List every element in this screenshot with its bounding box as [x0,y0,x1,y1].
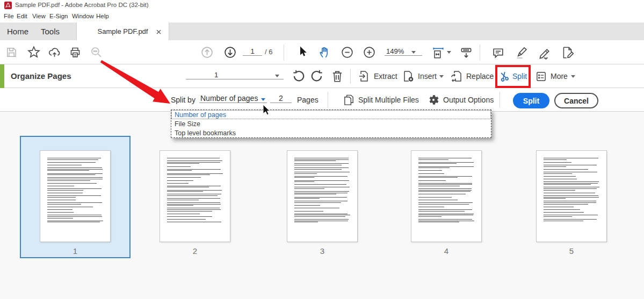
tab-tools[interactable]: Tools [41,23,60,40]
separator [480,45,480,61]
search-tools-icon[interactable] [90,46,103,59]
menu-help[interactable]: Help [96,13,109,19]
star-icon[interactable] [27,45,41,59]
tool-accent-bar [0,64,4,88]
tab-document[interactable]: Sample PDF.pdf [76,23,169,40]
page-count-label: / 6 [265,48,272,56]
organize-toolbar: Organize Pages 1 Extract Insert Replace … [0,64,644,88]
save-icon[interactable] [5,46,18,59]
output-options-button[interactable]: Output Options [427,88,494,112]
separator [328,92,328,108]
separator [500,92,500,108]
page-count-input[interactable]: 2 [270,94,292,103]
split-by-dropdown: Number of pages File Size Top level book… [171,110,491,138]
title-bar: Sample PDF.pdf - Adobe Acrobat Pro DC (3… [0,0,644,11]
split-by-caret-icon[interactable] [261,98,265,101]
main-toolbar: 1 / 6 149% [0,40,644,64]
page-thumbnail-3[interactable] [287,150,358,242]
menu-bar: File Edit View E-Sign Window Help [0,11,644,23]
split-multiple-files-button[interactable]: Split Multiple Files [343,88,419,112]
page-thumbnail-5[interactable] [536,150,607,242]
separator [284,45,284,61]
highlight-icon[interactable] [515,46,529,60]
cancel-button[interactable]: Cancel [554,93,598,108]
pages-canvas: 1 2 3 4 5 [0,112,644,299]
page-range-caret-icon[interactable] [275,75,279,77]
split-options-bar: Split by Number of pages 2 Pages Split M… [0,88,644,112]
next-page-icon[interactable] [223,46,237,59]
menu-file[interactable]: File [4,13,14,19]
share-upload-icon[interactable] [48,46,61,59]
zoom-caret-icon[interactable] [411,51,416,54]
separator [350,69,351,84]
tab-close-icon[interactable] [156,28,162,34]
page-scrolling-icon[interactable] [459,46,473,60]
comment-icon[interactable] [491,46,505,60]
delete-pages-icon[interactable] [330,69,344,83]
page-number-label: 4 [411,246,482,256]
annotation-highlight-box [495,65,531,88]
page-range-input[interactable]: 1 [186,71,284,79]
split-by-select[interactable]: Number of pages [199,94,267,103]
menu-edit[interactable]: Edit [17,13,27,19]
menu-view[interactable]: View [32,13,46,19]
print-icon[interactable] [69,46,82,59]
more-caret-icon[interactable] [571,75,575,78]
page-number-label: 2 [160,246,230,256]
fit-width-icon[interactable] [431,46,445,60]
insert-button[interactable]: Insert [402,64,437,88]
edit-page-icon[interactable] [561,46,575,60]
dropdown-option-top-level-bookmarks[interactable]: Top level bookmarks [171,128,491,137]
extract-button[interactable]: Extract [358,64,397,88]
acrobat-window: Sample PDF.pdf - Adobe Acrobat Pro DC (3… [0,0,644,299]
window-title: Sample PDF.pdf - Adobe Acrobat Pro DC (3… [15,2,149,8]
split-by-label: Split by [171,96,196,104]
zoom-level-input[interactable]: 149% [385,47,422,56]
zoom-out-icon[interactable] [341,46,354,59]
dropdown-option-number-of-pages[interactable]: Number of pages [171,110,491,119]
previous-page-icon[interactable] [200,46,214,59]
page-thumbnail-1[interactable] [40,150,111,242]
page-thumbnail-2[interactable] [160,150,230,242]
tab-home[interactable]: Home [7,23,28,40]
rotate-right-icon[interactable] [310,69,324,83]
select-tool-icon[interactable] [296,45,309,58]
page-number-label: 5 [536,246,607,256]
sign-icon[interactable] [538,46,553,61]
page-number-label: 1 [40,246,111,256]
page-thumbnail-4[interactable] [411,150,482,242]
more-button[interactable]: More [535,64,568,88]
split-confirm-button[interactable]: Split [513,93,549,108]
tab-bar: Home Tools Sample PDF.pdf [0,23,644,40]
page-number-input[interactable]: 1 [243,47,262,56]
mouse-cursor [263,104,273,117]
acrobat-logo-icon [4,2,12,9]
menu-esign[interactable]: E-Sign [49,13,68,19]
dropdown-option-file-size[interactable]: File Size [171,119,491,128]
zoom-in-icon[interactable] [363,46,376,59]
fit-caret-icon[interactable] [447,51,451,54]
pages-unit-label: Pages [297,96,319,104]
insert-caret-icon[interactable] [439,75,444,78]
hand-tool-icon[interactable] [318,45,332,59]
page-number-label: 3 [287,246,358,256]
rotate-left-icon[interactable] [292,69,306,83]
replace-button[interactable]: Replace [450,64,494,88]
tool-title: Organize Pages [11,71,71,81]
menu-window[interactable]: Window [72,13,94,19]
